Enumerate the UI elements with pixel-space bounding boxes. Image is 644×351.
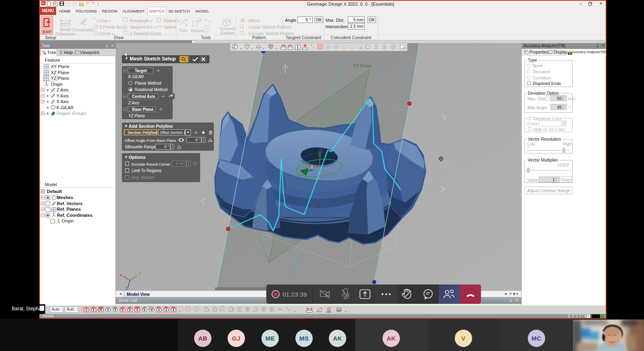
svg-text:Z: Z xyxy=(125,287,128,291)
svg-text:X: X xyxy=(120,273,122,277)
svg-text:01:23:39: 01:23:39 xyxy=(282,291,307,298)
svg-text:0 °: 0 ° xyxy=(311,164,317,170)
svg-text:Y: Y xyxy=(138,272,141,276)
svg-text:YZ Plane: YZ Plane xyxy=(353,63,371,68)
